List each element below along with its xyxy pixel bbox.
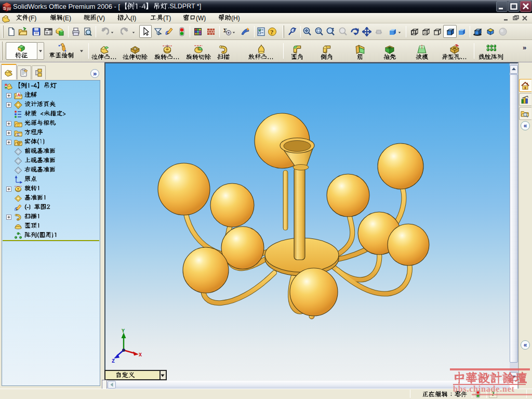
svg-text:A: A (17, 92, 20, 97)
svg-text:Z: Z (112, 358, 115, 363)
svg-text:S: S (3, 6, 6, 11)
svg-text:X: X (139, 352, 142, 358)
svg-text:?: ? (270, 28, 274, 36)
svg-text:Σ: Σ (17, 132, 19, 136)
svg-text:W: W (7, 6, 11, 11)
svg-text:Y: Y (122, 328, 125, 334)
